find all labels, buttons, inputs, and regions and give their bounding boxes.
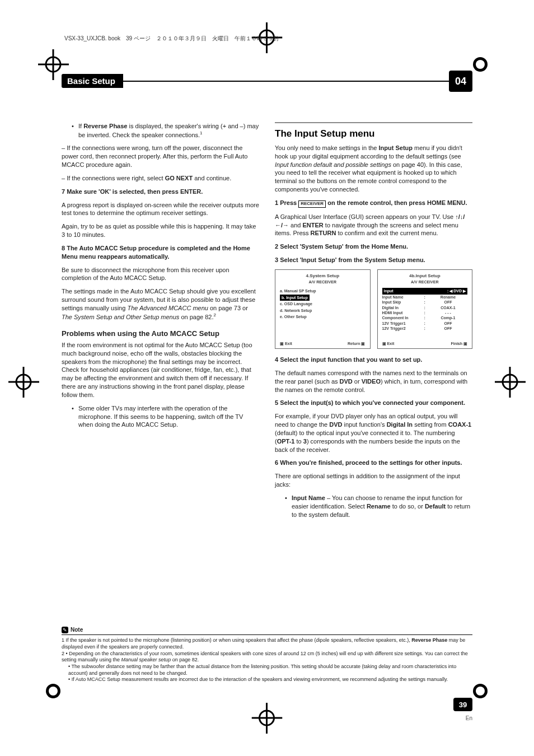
left-column: If Reverse Phase is displayed, the speak… bbox=[62, 122, 259, 524]
body-text: For example, if your DVD player only has… bbox=[275, 412, 472, 454]
bullet-input-name: Input Name – You can choose to rename th… bbox=[275, 494, 472, 519]
step-6: 6 When you're finished, proceed to the s… bbox=[275, 459, 472, 467]
body-text: Again, try to be as quiet as possible wh… bbox=[62, 222, 259, 239]
dash-item: – If the connections were right, select … bbox=[62, 174, 259, 183]
note-icon: ✎ bbox=[62, 627, 68, 633]
section-input-setup: The Input Setup menu bbox=[275, 128, 472, 141]
chapter-number-badge: 04 bbox=[449, 71, 472, 92]
osd-row-value: Comp-1 bbox=[429, 315, 467, 320]
note-label: Note bbox=[71, 627, 83, 633]
receiver-key-icon: RECEIVER bbox=[298, 200, 326, 208]
book-meta-line: VSX-33_UXJCB. book 39 ページ ２０１０年３月９日 火曜日 … bbox=[64, 35, 279, 43]
osd-row-key: Input Skip bbox=[382, 300, 421, 305]
step-7: 7 Make sure 'OK' is selected, then press… bbox=[62, 188, 259, 196]
body-text: There are optional settings in addition … bbox=[275, 472, 472, 489]
body-text: Be sure to disconnect the microphone fro… bbox=[62, 266, 259, 283]
osd-system-setup: 4.System Setup A/V RECEIVER a. Manual SP… bbox=[275, 269, 371, 349]
footnote-2a: 2 • Depending on the characteristics of … bbox=[62, 651, 472, 664]
section-rule bbox=[275, 122, 472, 123]
body-text: A progress report is displayed on-screen… bbox=[62, 201, 259, 218]
page: VSX-33_UXJCB. book 39 ページ ２０１０年３月９日 火曜日 … bbox=[0, 0, 534, 756]
registration-mark-icon bbox=[495, 367, 526, 398]
osd-row-key: Component In bbox=[382, 315, 421, 320]
step-2: 2 Select 'System Setup' from the Home Me… bbox=[275, 242, 472, 251]
footnotes: ✎Note 1 If the speaker is not pointed to… bbox=[62, 626, 472, 683]
osd-row-value: Rename bbox=[429, 295, 467, 300]
osd-row-key: 12V Trigger1 bbox=[382, 321, 421, 326]
step-1: 1 Press RECEIVER on the remote control, … bbox=[275, 199, 472, 208]
osd-screenshots: 4.System Setup A/V RECEIVER a. Manual SP… bbox=[275, 269, 472, 349]
dash-item: – If the connections were wrong, turn of… bbox=[62, 144, 259, 169]
footnote-1: 1 If the speaker is not pointed to the m… bbox=[62, 637, 472, 650]
svg-point-8 bbox=[476, 687, 485, 696]
osd-row-value: OFF bbox=[429, 326, 467, 331]
header-rule bbox=[122, 81, 472, 82]
chapter-header: Basic Setup 04 bbox=[62, 74, 472, 90]
osd-row-key: HDMI Input bbox=[382, 310, 421, 315]
osd-row-key: 12V Trigger2 bbox=[382, 326, 421, 331]
section-title: Basic Setup bbox=[62, 74, 123, 88]
step-3: 3 Select 'Input Setup' from the System S… bbox=[275, 256, 472, 264]
osd-menu-item: a. Manual SP Setup bbox=[280, 288, 366, 294]
osd-menu-item: b. Input Setup bbox=[280, 295, 310, 301]
body-text: If the room environment is not optimal f… bbox=[62, 341, 259, 399]
osd-menu-item: d. Network Setup bbox=[280, 307, 366, 314]
step-5: 5 Select the input(s) to which you've co… bbox=[275, 399, 472, 407]
osd-menu-item: e. Other Setup bbox=[280, 314, 366, 320]
osd-row-key: Digital In bbox=[382, 305, 421, 310]
osd-row-value: OFF bbox=[429, 300, 467, 305]
registration-mark-icon bbox=[252, 703, 283, 734]
osd-row-selected: Input: ◀ DVD ▶ bbox=[382, 288, 468, 294]
page-number-badge: 39 bbox=[453, 698, 472, 711]
body-text: The default names correspond with the na… bbox=[275, 369, 472, 394]
body-text: The settings made in the Auto MCACC Setu… bbox=[62, 287, 259, 321]
osd-input-setup: 4b.Input Setup A/V RECEIVER Input: ◀ DVD… bbox=[377, 269, 473, 349]
footnote-2c: • If Auto MCACC Setup measurement result… bbox=[62, 676, 472, 683]
body-text: You only need to make settings in the In… bbox=[275, 144, 472, 194]
svg-point-6 bbox=[49, 687, 58, 696]
bullet-item: Some older TVs may interfere with the op… bbox=[62, 404, 259, 430]
step-8: 8 The Auto MCACC Setup procedure is comp… bbox=[62, 244, 259, 261]
osd-row-value: COAX-1 bbox=[429, 305, 467, 310]
step-4: 4 Select the input function that you wan… bbox=[275, 356, 472, 364]
osd-row-key: Input Name bbox=[382, 295, 421, 300]
registration-mark-icon bbox=[8, 367, 39, 398]
body-text: A Graphical User Interface (GUI) screen … bbox=[275, 213, 472, 238]
right-column: The Input Setup menu You only need to ma… bbox=[275, 122, 472, 524]
osd-row-value: - - - bbox=[429, 310, 467, 315]
osd-row-value: OFF bbox=[429, 321, 467, 326]
bullet-reverse-phase: If Reverse Phase is displayed, the speak… bbox=[62, 122, 259, 139]
svg-point-4 bbox=[476, 60, 485, 69]
language-label: En bbox=[466, 715, 472, 721]
footnote-2b: • The subwoofer distance setting may be … bbox=[62, 664, 472, 676]
osd-menu-item: c. OSD Language bbox=[280, 301, 366, 307]
subsection-problems: Problems when using the Auto MCACC Setup bbox=[62, 329, 259, 339]
